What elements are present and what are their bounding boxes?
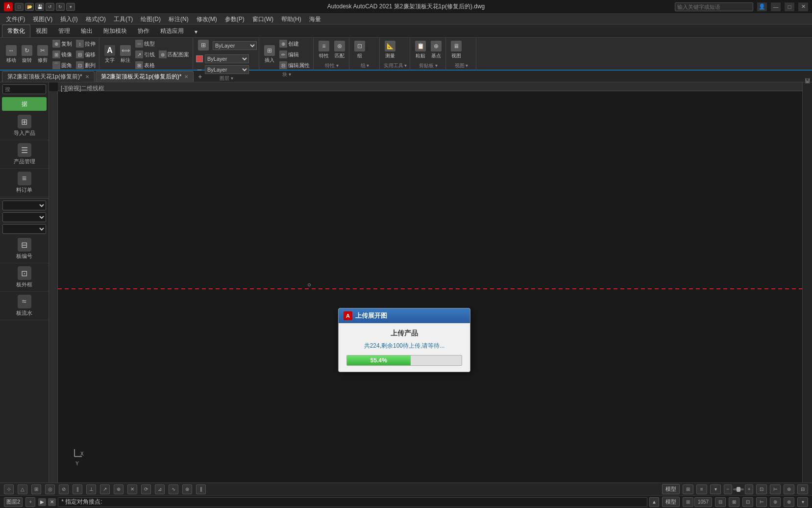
color-swatch[interactable] (196, 55, 203, 62)
status-icon-5[interactable]: ⊛ (770, 497, 781, 507)
snap-btn-6[interactable]: ∥ (73, 484, 82, 494)
snap-btn-14[interactable]: ⊛ (182, 484, 192, 494)
snap-btn-9[interactable]: ⊕ (114, 484, 123, 494)
add-layout-btn[interactable]: + (25, 497, 35, 507)
snap-btn-15[interactable]: ‖ (196, 484, 206, 494)
ribbon-btn-matchprop[interactable]: ⊛ 匹配图案 (157, 50, 191, 59)
linetype-dropdown[interactable]: ByLayer (205, 65, 249, 74)
snap-btn-10[interactable]: ✕ (127, 484, 137, 494)
menu-file[interactable]: 文件(F) (2, 14, 29, 25)
doc-tab-1-close[interactable]: ✕ (85, 74, 89, 79)
user-icon[interactable]: 👤 (757, 2, 767, 11)
sidebar-item-board-flow[interactable]: ≈ 板流水 (0, 292, 49, 320)
doc-tab-2-close[interactable]: ✕ (184, 74, 188, 79)
maximize-btn[interactable]: □ (785, 2, 794, 11)
ribbon-btn-array[interactable]: ⊡ 删列 (74, 60, 97, 70)
save-btn[interactable]: 💾 (35, 3, 44, 11)
snap-btn-4[interactable]: ◎ (45, 484, 55, 494)
sidebar-item-board-frame[interactable]: ⊡ 板外框 (0, 263, 49, 292)
status-icon-2[interactable]: ⊠ (729, 497, 739, 507)
ribbon-btn-text[interactable]: A 文字 (102, 44, 117, 65)
command-icon-2[interactable]: ✕ (48, 498, 56, 506)
drawing-canvas[interactable] (58, 102, 802, 483)
ribbon-btn-move[interactable]: ↔ 移动 (4, 44, 19, 65)
zoom-out-btn[interactable]: − (724, 484, 732, 494)
workspace-settings-btn[interactable]: ⊛ (784, 484, 794, 494)
ribbon-btn-view-right[interactable]: 🖥 视图 (449, 40, 464, 60)
ribbon-btn-dimension[interactable]: ⟺ 标注 (118, 44, 133, 65)
minimize-btn[interactable]: — (771, 2, 781, 11)
snap-btn-7[interactable]: ⊥ (86, 484, 96, 494)
command-icon[interactable]: ▶ (38, 498, 46, 506)
sidebar-item-order[interactable]: ≡ 料订单 (0, 169, 49, 197)
title-search-input[interactable] (675, 2, 753, 11)
redo-btn[interactable]: ↻ (56, 3, 65, 11)
ribbon-btn-trim[interactable]: ✂ 修剪 (35, 44, 50, 65)
status-icon-1[interactable]: ⊟ (715, 497, 726, 507)
ribbon-btn-basepoint[interactable]: ⊕ 基点 (429, 40, 443, 60)
ribbon-btn-table[interactable]: ⊞ 表格 (134, 60, 156, 70)
doc-tab-2[interactable]: 第2廉架顶板天花1p(修复后的)* ✕ (96, 71, 194, 82)
doc-tab-1[interactable]: 第2廉架顶板天花1p(修复前)* ✕ (2, 71, 95, 82)
ribbon-btn-matchprops[interactable]: ⊛ 匹配 (332, 40, 347, 60)
ribbon-btn-insert[interactable]: ⊞ 插入 (262, 44, 277, 65)
sidebar-item-board-num[interactable]: ⊟ 板编号 (0, 235, 49, 263)
menu-annotate[interactable]: 标注(N) (165, 14, 193, 25)
snap-btn-5[interactable]: ⊘ (59, 484, 69, 494)
layout-dropdown-btn[interactable]: ▾ (710, 484, 721, 494)
close-btn[interactable]: ✕ (798, 2, 808, 11)
status-icon-7[interactable]: ▾ (797, 497, 808, 507)
open-btn[interactable]: 📂 (25, 3, 34, 11)
ribbon-btn-create-block[interactable]: ⊕ 创建 (278, 39, 311, 49)
zoom-slider[interactable] (733, 488, 744, 490)
ribbon-btn-fillet[interactable]: ⌒ 圆角 (51, 60, 74, 70)
menu-insert[interactable]: 插入(I) (56, 14, 81, 25)
command-expand-btn[interactable]: ▲ (649, 497, 659, 507)
menu-params[interactable]: 参数(P) (221, 14, 248, 25)
menu-extra[interactable]: 海量 (305, 14, 325, 25)
ribbon-btn-copy[interactable]: ⊕ 复制 (51, 39, 74, 49)
snap-btn-1[interactable]: ⊹ (4, 484, 14, 494)
zoom-in-btn[interactable]: + (745, 484, 753, 494)
snap-btn-11[interactable]: ⟳ (141, 484, 151, 494)
snap-btn-2[interactable]: △ (18, 484, 27, 494)
ribbon-btn-leader[interactable]: ↗ 引线 (134, 50, 156, 59)
ribbon-btn-edit-block[interactable]: ✏ 编辑 (278, 50, 311, 59)
sidebar-select-1[interactable] (2, 201, 46, 210)
dropdown-btn[interactable]: ▾ (66, 3, 75, 11)
sidebar-green-btn[interactable]: 据 (2, 97, 47, 111)
ribbon-tab-more[interactable]: ▾ (189, 26, 203, 37)
grid-btn[interactable]: ⊞ (683, 497, 693, 507)
status-icon-3[interactable]: ⊡ (742, 497, 753, 507)
ribbon-tab-apps[interactable]: 精选应用 (155, 25, 189, 37)
ribbon-btn-mirror[interactable]: ⊞ 镜像 (51, 50, 74, 59)
layout-grid-btn[interactable]: ⊞ (683, 484, 693, 494)
sidebar-item-import-product[interactable]: ⊞ 导入产品 (0, 112, 49, 140)
ribbon-btn-stretch[interactable]: ↕ 拉伸 (74, 39, 97, 49)
status-icon-4[interactable]: ⊢ (756, 497, 767, 507)
ribbon-tab-addins[interactable]: 附加模块 (98, 25, 132, 37)
menu-draw[interactable]: 绘图(D) (137, 14, 165, 25)
menu-view[interactable]: 视图(V) (29, 14, 56, 25)
status-icon-6[interactable]: ⊕ (784, 497, 794, 507)
ribbon-tab-home[interactable]: 常数化 (2, 25, 30, 37)
ribbon-tab-manage[interactable]: 管理 (53, 25, 75, 37)
layout-list-btn[interactable]: ≡ (696, 484, 707, 494)
snap-btn-12[interactable]: ⊿ (155, 484, 165, 494)
snap-btn-13[interactable]: ∿ (169, 484, 178, 494)
snap-btn-8[interactable]: ↗ (100, 484, 110, 494)
layer-dropdown[interactable]: ByLayer (213, 41, 257, 50)
menu-window[interactable]: 窗口(W) (248, 14, 277, 25)
ribbon-tab-output[interactable]: 输出 (75, 25, 98, 37)
menu-modify[interactable]: 修改(M) (193, 14, 221, 25)
ribbon-btn-rotate[interactable]: ↻ 旋转 (20, 44, 34, 65)
menu-tools[interactable]: 工具(T) (110, 14, 137, 25)
menu-help[interactable]: 帮助(H) (277, 14, 305, 25)
sidebar-item-product-manage[interactable]: ☰ 产品管理 (0, 140, 49, 169)
menu-format[interactable]: 格式(O) (82, 14, 110, 25)
ribbon-btn-measure[interactable]: 📐 测量 (383, 40, 397, 60)
model-btn[interactable]: 模型 (662, 484, 680, 494)
doc-tab-add[interactable]: + (195, 71, 205, 82)
command-input[interactable] (58, 497, 647, 507)
ribbon-btn-properties[interactable]: ≡ 特性 (317, 40, 331, 60)
